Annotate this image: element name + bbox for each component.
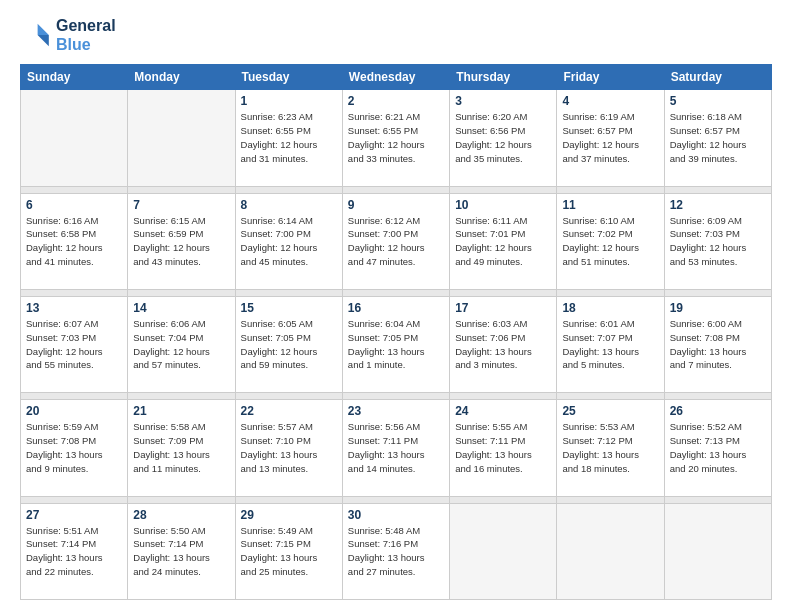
calendar-cell: 1Sunrise: 6:23 AM Sunset: 6:55 PM Daylig…: [235, 90, 342, 186]
column-header-wednesday: Wednesday: [342, 65, 449, 90]
day-detail: Sunrise: 6:03 AM Sunset: 7:06 PM Dayligh…: [455, 317, 551, 372]
row-separator-cell: [235, 289, 342, 296]
day-number: 1: [241, 94, 337, 108]
calendar-cell: 11Sunrise: 6:10 AM Sunset: 7:02 PM Dayli…: [557, 193, 664, 289]
row-separator-cell: [342, 496, 449, 503]
column-header-monday: Monday: [128, 65, 235, 90]
day-detail: Sunrise: 6:00 AM Sunset: 7:08 PM Dayligh…: [670, 317, 766, 372]
day-detail: Sunrise: 6:06 AM Sunset: 7:04 PM Dayligh…: [133, 317, 229, 372]
day-number: 16: [348, 301, 444, 315]
row-separator-cell: [557, 289, 664, 296]
calendar-cell: [450, 503, 557, 599]
calendar-cell: 29Sunrise: 5:49 AM Sunset: 7:15 PM Dayli…: [235, 503, 342, 599]
logo-icon: [20, 19, 52, 51]
row-separator-cell: [21, 186, 128, 193]
row-separator-cell: [21, 289, 128, 296]
row-separator-cell: [450, 496, 557, 503]
calendar-cell: [557, 503, 664, 599]
calendar-cell: [21, 90, 128, 186]
calendar-cell: 25Sunrise: 5:53 AM Sunset: 7:12 PM Dayli…: [557, 400, 664, 496]
row-separator-cell: [128, 393, 235, 400]
day-number: 21: [133, 404, 229, 418]
row-separator-cell: [235, 496, 342, 503]
day-detail: Sunrise: 6:15 AM Sunset: 6:59 PM Dayligh…: [133, 214, 229, 269]
row-separator-cell: [664, 496, 771, 503]
calendar-cell: 28Sunrise: 5:50 AM Sunset: 7:14 PM Dayli…: [128, 503, 235, 599]
day-detail: Sunrise: 6:07 AM Sunset: 7:03 PM Dayligh…: [26, 317, 122, 372]
row-separator-cell: [450, 186, 557, 193]
day-detail: Sunrise: 6:12 AM Sunset: 7:00 PM Dayligh…: [348, 214, 444, 269]
row-separator-cell: [21, 393, 128, 400]
page: General Blue SundayMondayTuesdayWednesda…: [0, 0, 792, 612]
day-number: 10: [455, 198, 551, 212]
day-number: 17: [455, 301, 551, 315]
calendar-cell: 14Sunrise: 6:06 AM Sunset: 7:04 PM Dayli…: [128, 297, 235, 393]
row-separator-cell: [557, 186, 664, 193]
day-number: 12: [670, 198, 766, 212]
calendar-cell: 3Sunrise: 6:20 AM Sunset: 6:56 PM Daylig…: [450, 90, 557, 186]
day-number: 2: [348, 94, 444, 108]
day-detail: Sunrise: 6:20 AM Sunset: 6:56 PM Dayligh…: [455, 110, 551, 165]
calendar-cell: 6Sunrise: 6:16 AM Sunset: 6:58 PM Daylig…: [21, 193, 128, 289]
day-detail: Sunrise: 5:52 AM Sunset: 7:13 PM Dayligh…: [670, 420, 766, 475]
day-detail: Sunrise: 6:01 AM Sunset: 7:07 PM Dayligh…: [562, 317, 658, 372]
day-number: 15: [241, 301, 337, 315]
row-separator-cell: [235, 186, 342, 193]
row-separator-cell: [664, 393, 771, 400]
calendar-cell: 22Sunrise: 5:57 AM Sunset: 7:10 PM Dayli…: [235, 400, 342, 496]
column-header-friday: Friday: [557, 65, 664, 90]
calendar-cell: 24Sunrise: 5:55 AM Sunset: 7:11 PM Dayli…: [450, 400, 557, 496]
calendar-cell: 9Sunrise: 6:12 AM Sunset: 7:00 PM Daylig…: [342, 193, 449, 289]
day-detail: Sunrise: 5:58 AM Sunset: 7:09 PM Dayligh…: [133, 420, 229, 475]
day-detail: Sunrise: 6:14 AM Sunset: 7:00 PM Dayligh…: [241, 214, 337, 269]
calendar-cell: 5Sunrise: 6:18 AM Sunset: 6:57 PM Daylig…: [664, 90, 771, 186]
calendar-cell: 15Sunrise: 6:05 AM Sunset: 7:05 PM Dayli…: [235, 297, 342, 393]
day-number: 24: [455, 404, 551, 418]
day-detail: Sunrise: 5:53 AM Sunset: 7:12 PM Dayligh…: [562, 420, 658, 475]
day-detail: Sunrise: 6:10 AM Sunset: 7:02 PM Dayligh…: [562, 214, 658, 269]
calendar-cell: 8Sunrise: 6:14 AM Sunset: 7:00 PM Daylig…: [235, 193, 342, 289]
day-detail: Sunrise: 5:49 AM Sunset: 7:15 PM Dayligh…: [241, 524, 337, 579]
day-number: 6: [26, 198, 122, 212]
day-number: 19: [670, 301, 766, 315]
row-separator-cell: [664, 186, 771, 193]
day-detail: Sunrise: 5:57 AM Sunset: 7:10 PM Dayligh…: [241, 420, 337, 475]
calendar-cell: 19Sunrise: 6:00 AM Sunset: 7:08 PM Dayli…: [664, 297, 771, 393]
row-separator-cell: [342, 289, 449, 296]
svg-marker-0: [38, 24, 49, 35]
day-detail: Sunrise: 5:48 AM Sunset: 7:16 PM Dayligh…: [348, 524, 444, 579]
day-detail: Sunrise: 5:50 AM Sunset: 7:14 PM Dayligh…: [133, 524, 229, 579]
row-separator-cell: [128, 289, 235, 296]
calendar-table: SundayMondayTuesdayWednesdayThursdayFrid…: [20, 64, 772, 600]
day-number: 28: [133, 508, 229, 522]
day-number: 23: [348, 404, 444, 418]
day-number: 18: [562, 301, 658, 315]
column-header-tuesday: Tuesday: [235, 65, 342, 90]
svg-marker-1: [38, 35, 49, 46]
row-separator-cell: [557, 496, 664, 503]
calendar-cell: 12Sunrise: 6:09 AM Sunset: 7:03 PM Dayli…: [664, 193, 771, 289]
day-number: 7: [133, 198, 229, 212]
calendar-cell: 23Sunrise: 5:56 AM Sunset: 7:11 PM Dayli…: [342, 400, 449, 496]
calendar-cell: 20Sunrise: 5:59 AM Sunset: 7:08 PM Dayli…: [21, 400, 128, 496]
day-detail: Sunrise: 6:04 AM Sunset: 7:05 PM Dayligh…: [348, 317, 444, 372]
row-separator-cell: [128, 496, 235, 503]
day-number: 25: [562, 404, 658, 418]
calendar-cell: 16Sunrise: 6:04 AM Sunset: 7:05 PM Dayli…: [342, 297, 449, 393]
column-header-sunday: Sunday: [21, 65, 128, 90]
calendar-cell: 21Sunrise: 5:58 AM Sunset: 7:09 PM Dayli…: [128, 400, 235, 496]
day-detail: Sunrise: 6:11 AM Sunset: 7:01 PM Dayligh…: [455, 214, 551, 269]
header: General Blue: [20, 16, 772, 54]
row-separator-cell: [557, 393, 664, 400]
calendar-cell: [664, 503, 771, 599]
day-detail: Sunrise: 6:05 AM Sunset: 7:05 PM Dayligh…: [241, 317, 337, 372]
day-detail: Sunrise: 6:09 AM Sunset: 7:03 PM Dayligh…: [670, 214, 766, 269]
day-detail: Sunrise: 5:59 AM Sunset: 7:08 PM Dayligh…: [26, 420, 122, 475]
day-number: 9: [348, 198, 444, 212]
day-number: 8: [241, 198, 337, 212]
calendar-cell: 18Sunrise: 6:01 AM Sunset: 7:07 PM Dayli…: [557, 297, 664, 393]
calendar-cell: [128, 90, 235, 186]
day-detail: Sunrise: 6:16 AM Sunset: 6:58 PM Dayligh…: [26, 214, 122, 269]
row-separator-cell: [235, 393, 342, 400]
row-separator-cell: [664, 289, 771, 296]
